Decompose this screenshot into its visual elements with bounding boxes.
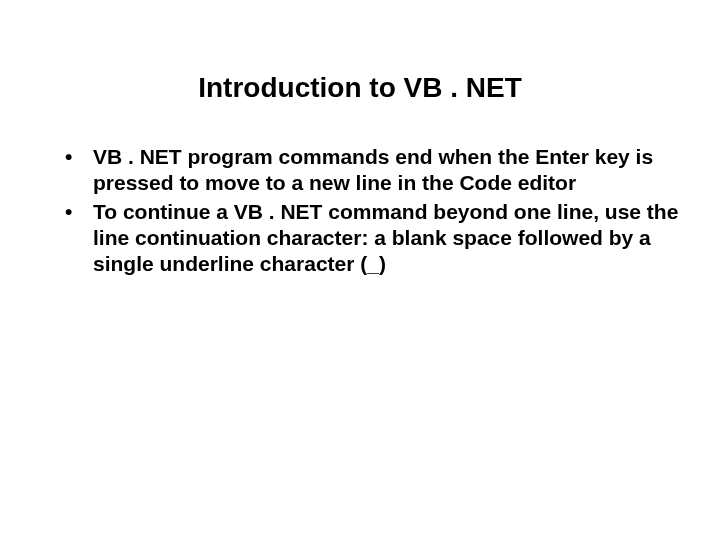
- bullet-list: VB . NET program commands end when the E…: [55, 144, 680, 277]
- bullet-item: VB . NET program commands end when the E…: [55, 144, 680, 197]
- slide-title: Introduction to VB . NET: [0, 72, 720, 104]
- slide-content: VB . NET program commands end when the E…: [0, 144, 720, 277]
- bullet-item: To continue a VB . NET command beyond on…: [55, 199, 680, 278]
- slide: Introduction to VB . NET VB . NET progra…: [0, 72, 720, 540]
